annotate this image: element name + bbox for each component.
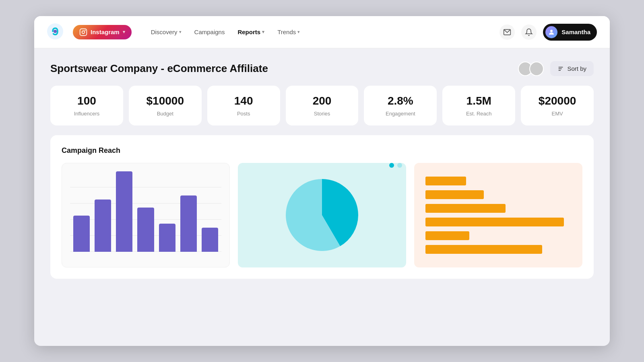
main-content: Sportswear Company - eCommerce Affiliate…	[34, 48, 610, 346]
svg-point-3	[82, 31, 85, 33]
hbar-row	[425, 177, 571, 185]
bar-chart	[70, 171, 221, 252]
hbar-wrapper	[425, 204, 571, 213]
hbar	[425, 218, 564, 226]
nav-campaigns[interactable]: Campaigns	[190, 25, 230, 39]
hbar-chart	[422, 171, 574, 259]
bar-chart-card	[62, 163, 230, 267]
stat-influencers: 100 Influencers	[50, 86, 123, 125]
browser-frame: Instagram ▾ Discovery ▾ Campaigns Report…	[34, 16, 610, 346]
stat-posts: 140 Posts	[207, 86, 280, 125]
messages-button[interactable]	[500, 25, 515, 40]
charts-row	[62, 163, 582, 267]
stat-emv: $20000 EMV	[521, 86, 594, 125]
bar	[95, 200, 111, 252]
nav-discovery[interactable]: Discovery ▾	[146, 25, 186, 39]
page-title: Sportswear Company - eCommerce Affiliate	[50, 62, 268, 75]
discovery-chevron: ▾	[179, 29, 182, 35]
avatar-stack	[518, 62, 544, 76]
hbar-wrapper	[425, 231, 571, 240]
pie-legend-dot-1	[389, 163, 394, 168]
nav-trends[interactable]: Trends ▾	[272, 25, 305, 39]
svg-point-6	[550, 30, 553, 32]
notifications-button[interactable]	[521, 25, 537, 40]
page-header-right: Sort by	[518, 61, 594, 76]
nav-right: Samantha	[500, 24, 597, 41]
svg-point-1	[54, 30, 57, 33]
bar	[202, 228, 218, 252]
campaign-section: Campaign Reach	[50, 135, 594, 279]
hbar	[425, 245, 542, 254]
user-avatar	[545, 26, 557, 38]
nav-reports[interactable]: Reports ▾	[233, 25, 269, 39]
hbar	[425, 190, 484, 199]
hbar	[425, 231, 469, 240]
user-profile-button[interactable]: Samantha	[543, 24, 597, 41]
hbar-row	[425, 190, 571, 199]
avatar-2	[529, 62, 544, 76]
hbar-wrapper	[425, 218, 571, 226]
sort-icon	[557, 66, 564, 72]
navbar: Instagram ▾ Discovery ▾ Campaigns Report…	[34, 16, 610, 48]
bar	[73, 216, 90, 252]
hbar-row	[425, 231, 571, 240]
hbar-wrapper	[425, 245, 571, 254]
sort-by-button[interactable]: Sort by	[550, 61, 594, 76]
pie-legend-dot-2	[397, 163, 402, 168]
hbar	[425, 204, 506, 213]
hbar-row	[425, 245, 571, 254]
stats-row: 100 Influencers $10000 Budget 140 Posts …	[50, 86, 594, 125]
nav-links: Discovery ▾ Campaigns Reports ▾ Trends ▾	[146, 25, 490, 39]
stat-budget: $10000 Budget	[129, 86, 202, 125]
pie-chart-svg	[282, 175, 362, 255]
pie-legend	[389, 163, 402, 168]
svg-rect-2	[80, 29, 87, 35]
reports-chevron: ▾	[262, 29, 264, 35]
section-title: Campaign Reach	[62, 146, 582, 155]
stat-engagement: 2.8% Engagement	[364, 86, 437, 125]
hbar-row	[425, 218, 571, 226]
hbar-row	[425, 204, 571, 213]
page-header: Sportswear Company - eCommerce Affiliate…	[50, 61, 594, 76]
stat-reach: 1.5M Est. Reach	[442, 86, 515, 125]
pie-chart-container	[246, 171, 398, 259]
instagram-selector[interactable]: Instagram ▾	[73, 25, 132, 39]
stat-stories: 200 Stories	[286, 86, 359, 125]
app-logo[interactable]	[47, 23, 63, 41]
bar	[137, 208, 154, 252]
bar	[159, 224, 175, 252]
svg-point-4	[85, 30, 86, 31]
bar	[180, 195, 197, 252]
hbar-wrapper	[425, 190, 571, 199]
hbar-chart-card	[414, 163, 582, 267]
bar	[116, 171, 132, 252]
pie-chart-card	[238, 163, 406, 267]
trends-chevron: ▾	[297, 29, 300, 35]
hbar	[425, 177, 466, 185]
hbar-wrapper	[425, 177, 571, 185]
